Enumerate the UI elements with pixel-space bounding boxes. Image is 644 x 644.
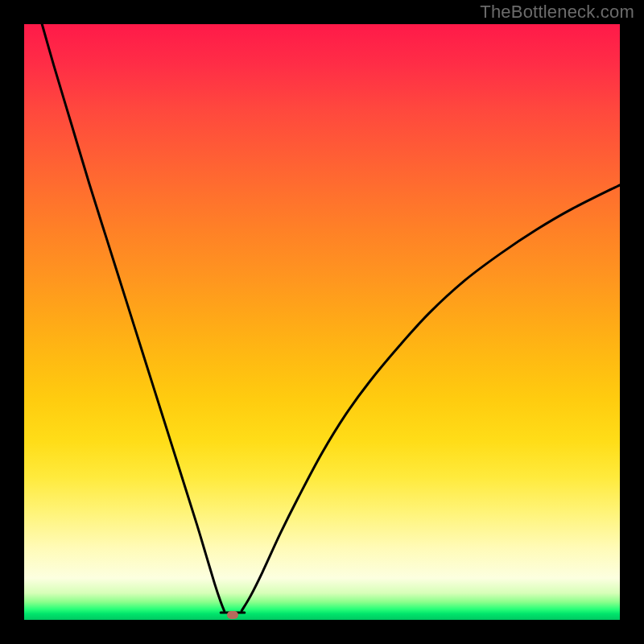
curve-right-branch <box>242 185 620 611</box>
min-marker <box>227 611 238 619</box>
curve-left-branch <box>42 24 224 611</box>
curve-svg <box>24 24 620 620</box>
watermark-text: TheBottleneck.com <box>480 2 634 23</box>
plot-area <box>24 24 620 620</box>
chart-frame: TheBottleneck.com <box>0 0 644 644</box>
